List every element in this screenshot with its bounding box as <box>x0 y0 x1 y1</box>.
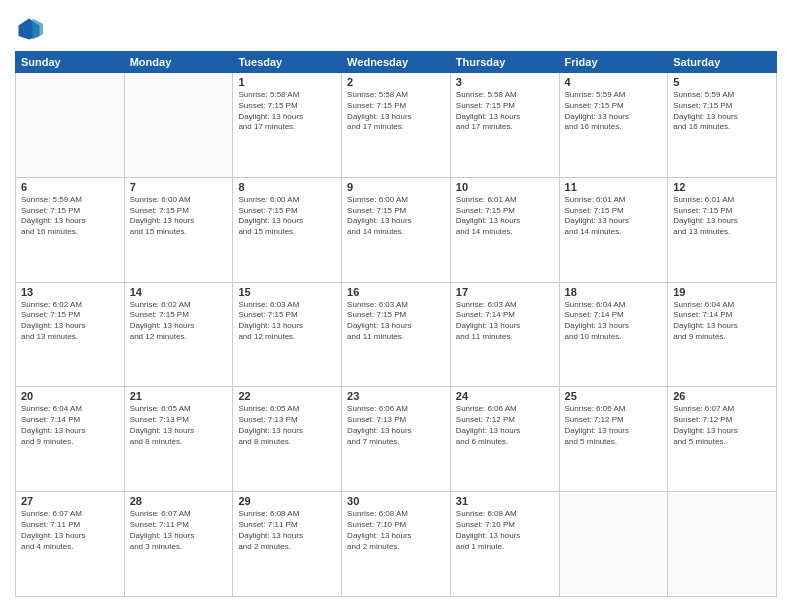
day-number: 31 <box>456 495 554 507</box>
day-number: 11 <box>565 181 663 193</box>
day-number: 18 <box>565 286 663 298</box>
calendar-cell <box>559 492 668 597</box>
calendar-cell: 18Sunrise: 6:04 AM Sunset: 7:14 PM Dayli… <box>559 282 668 387</box>
day-info: Sunrise: 6:02 AM Sunset: 7:15 PM Dayligh… <box>21 300 119 343</box>
day-info: Sunrise: 6:07 AM Sunset: 7:11 PM Dayligh… <box>130 509 228 552</box>
calendar-cell: 1Sunrise: 5:58 AM Sunset: 7:15 PM Daylig… <box>233 73 342 178</box>
day-info: Sunrise: 5:58 AM Sunset: 7:15 PM Dayligh… <box>456 90 554 133</box>
day-number: 27 <box>21 495 119 507</box>
calendar-cell: 2Sunrise: 5:58 AM Sunset: 7:15 PM Daylig… <box>342 73 451 178</box>
day-number: 10 <box>456 181 554 193</box>
weekday-header-tuesday: Tuesday <box>233 52 342 73</box>
calendar-cell: 11Sunrise: 6:01 AM Sunset: 7:15 PM Dayli… <box>559 177 668 282</box>
day-number: 28 <box>130 495 228 507</box>
calendar-cell: 5Sunrise: 5:59 AM Sunset: 7:15 PM Daylig… <box>668 73 777 178</box>
weekday-header-row: SundayMondayTuesdayWednesdayThursdayFrid… <box>16 52 777 73</box>
calendar-cell <box>124 73 233 178</box>
day-info: Sunrise: 5:59 AM Sunset: 7:15 PM Dayligh… <box>21 195 119 238</box>
day-info: Sunrise: 6:07 AM Sunset: 7:12 PM Dayligh… <box>673 404 771 447</box>
page-header <box>15 15 777 43</box>
day-number: 30 <box>347 495 445 507</box>
calendar-cell <box>16 73 125 178</box>
day-number: 24 <box>456 390 554 402</box>
calendar-cell: 30Sunrise: 6:08 AM Sunset: 7:10 PM Dayli… <box>342 492 451 597</box>
weekday-header-sunday: Sunday <box>16 52 125 73</box>
calendar-cell: 22Sunrise: 6:05 AM Sunset: 7:13 PM Dayli… <box>233 387 342 492</box>
calendar-cell: 17Sunrise: 6:03 AM Sunset: 7:14 PM Dayli… <box>450 282 559 387</box>
day-number: 2 <box>347 76 445 88</box>
calendar-cell: 7Sunrise: 6:00 AM Sunset: 7:15 PM Daylig… <box>124 177 233 282</box>
day-info: Sunrise: 6:04 AM Sunset: 7:14 PM Dayligh… <box>565 300 663 343</box>
day-number: 26 <box>673 390 771 402</box>
calendar-cell: 13Sunrise: 6:02 AM Sunset: 7:15 PM Dayli… <box>16 282 125 387</box>
day-info: Sunrise: 6:03 AM Sunset: 7:14 PM Dayligh… <box>456 300 554 343</box>
day-info: Sunrise: 5:59 AM Sunset: 7:15 PM Dayligh… <box>565 90 663 133</box>
day-info: Sunrise: 6:05 AM Sunset: 7:13 PM Dayligh… <box>238 404 336 447</box>
day-number: 23 <box>347 390 445 402</box>
day-info: Sunrise: 6:06 AM Sunset: 7:12 PM Dayligh… <box>565 404 663 447</box>
logo-icon <box>15 15 43 43</box>
day-info: Sunrise: 6:03 AM Sunset: 7:15 PM Dayligh… <box>347 300 445 343</box>
weekday-header-friday: Friday <box>559 52 668 73</box>
calendar-cell: 29Sunrise: 6:08 AM Sunset: 7:11 PM Dayli… <box>233 492 342 597</box>
weekday-header-thursday: Thursday <box>450 52 559 73</box>
calendar-week-3: 13Sunrise: 6:02 AM Sunset: 7:15 PM Dayli… <box>16 282 777 387</box>
day-info: Sunrise: 6:04 AM Sunset: 7:14 PM Dayligh… <box>673 300 771 343</box>
calendar-cell: 15Sunrise: 6:03 AM Sunset: 7:15 PM Dayli… <box>233 282 342 387</box>
calendar-cell: 19Sunrise: 6:04 AM Sunset: 7:14 PM Dayli… <box>668 282 777 387</box>
day-info: Sunrise: 6:05 AM Sunset: 7:13 PM Dayligh… <box>130 404 228 447</box>
calendar-cell: 31Sunrise: 6:08 AM Sunset: 7:10 PM Dayli… <box>450 492 559 597</box>
day-info: Sunrise: 6:01 AM Sunset: 7:15 PM Dayligh… <box>565 195 663 238</box>
day-number: 12 <box>673 181 771 193</box>
day-number: 6 <box>21 181 119 193</box>
calendar-cell: 8Sunrise: 6:00 AM Sunset: 7:15 PM Daylig… <box>233 177 342 282</box>
calendar-cell: 23Sunrise: 6:06 AM Sunset: 7:13 PM Dayli… <box>342 387 451 492</box>
day-number: 5 <box>673 76 771 88</box>
weekday-header-monday: Monday <box>124 52 233 73</box>
day-info: Sunrise: 6:00 AM Sunset: 7:15 PM Dayligh… <box>347 195 445 238</box>
day-info: Sunrise: 6:08 AM Sunset: 7:10 PM Dayligh… <box>347 509 445 552</box>
day-number: 20 <box>21 390 119 402</box>
svg-marker-1 <box>33 19 44 40</box>
calendar-cell: 27Sunrise: 6:07 AM Sunset: 7:11 PM Dayli… <box>16 492 125 597</box>
day-number: 14 <box>130 286 228 298</box>
calendar-cell: 6Sunrise: 5:59 AM Sunset: 7:15 PM Daylig… <box>16 177 125 282</box>
day-number: 8 <box>238 181 336 193</box>
calendar-cell: 10Sunrise: 6:01 AM Sunset: 7:15 PM Dayli… <box>450 177 559 282</box>
day-number: 17 <box>456 286 554 298</box>
day-number: 3 <box>456 76 554 88</box>
calendar-cell: 9Sunrise: 6:00 AM Sunset: 7:15 PM Daylig… <box>342 177 451 282</box>
day-number: 25 <box>565 390 663 402</box>
day-number: 29 <box>238 495 336 507</box>
calendar-cell: 28Sunrise: 6:07 AM Sunset: 7:11 PM Dayli… <box>124 492 233 597</box>
day-info: Sunrise: 6:07 AM Sunset: 7:11 PM Dayligh… <box>21 509 119 552</box>
day-info: Sunrise: 6:03 AM Sunset: 7:15 PM Dayligh… <box>238 300 336 343</box>
day-info: Sunrise: 6:06 AM Sunset: 7:13 PM Dayligh… <box>347 404 445 447</box>
calendar-cell: 20Sunrise: 6:04 AM Sunset: 7:14 PM Dayli… <box>16 387 125 492</box>
day-info: Sunrise: 6:04 AM Sunset: 7:14 PM Dayligh… <box>21 404 119 447</box>
calendar-cell: 3Sunrise: 5:58 AM Sunset: 7:15 PM Daylig… <box>450 73 559 178</box>
calendar-cell: 21Sunrise: 6:05 AM Sunset: 7:13 PM Dayli… <box>124 387 233 492</box>
day-number: 1 <box>238 76 336 88</box>
day-number: 13 <box>21 286 119 298</box>
day-info: Sunrise: 6:00 AM Sunset: 7:15 PM Dayligh… <box>238 195 336 238</box>
day-info: Sunrise: 5:59 AM Sunset: 7:15 PM Dayligh… <box>673 90 771 133</box>
day-info: Sunrise: 5:58 AM Sunset: 7:15 PM Dayligh… <box>347 90 445 133</box>
calendar-cell: 4Sunrise: 5:59 AM Sunset: 7:15 PM Daylig… <box>559 73 668 178</box>
calendar-week-4: 20Sunrise: 6:04 AM Sunset: 7:14 PM Dayli… <box>16 387 777 492</box>
calendar-cell <box>668 492 777 597</box>
day-info: Sunrise: 6:01 AM Sunset: 7:15 PM Dayligh… <box>673 195 771 238</box>
calendar-cell: 25Sunrise: 6:06 AM Sunset: 7:12 PM Dayli… <box>559 387 668 492</box>
calendar-cell: 24Sunrise: 6:06 AM Sunset: 7:12 PM Dayli… <box>450 387 559 492</box>
day-number: 9 <box>347 181 445 193</box>
calendar-week-5: 27Sunrise: 6:07 AM Sunset: 7:11 PM Dayli… <box>16 492 777 597</box>
day-number: 7 <box>130 181 228 193</box>
day-info: Sunrise: 6:00 AM Sunset: 7:15 PM Dayligh… <box>130 195 228 238</box>
day-info: Sunrise: 6:02 AM Sunset: 7:15 PM Dayligh… <box>130 300 228 343</box>
day-info: Sunrise: 6:06 AM Sunset: 7:12 PM Dayligh… <box>456 404 554 447</box>
calendar-cell: 26Sunrise: 6:07 AM Sunset: 7:12 PM Dayli… <box>668 387 777 492</box>
day-info: Sunrise: 6:08 AM Sunset: 7:11 PM Dayligh… <box>238 509 336 552</box>
weekday-header-wednesday: Wednesday <box>342 52 451 73</box>
calendar-cell: 16Sunrise: 6:03 AM Sunset: 7:15 PM Dayli… <box>342 282 451 387</box>
calendar-week-1: 1Sunrise: 5:58 AM Sunset: 7:15 PM Daylig… <box>16 73 777 178</box>
